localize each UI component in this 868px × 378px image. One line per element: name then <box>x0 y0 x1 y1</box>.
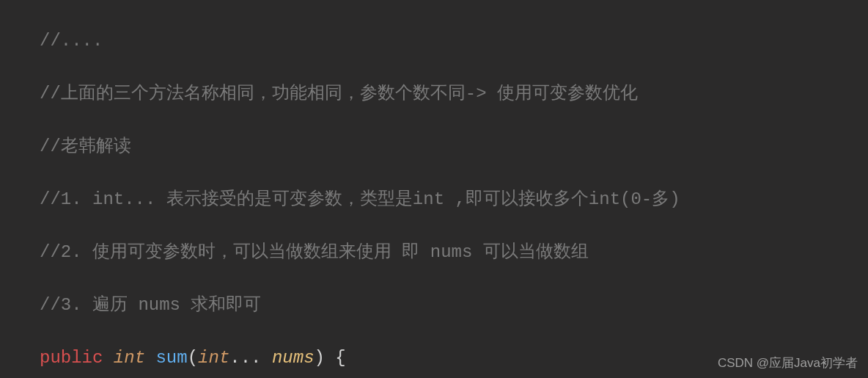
varargs-dots: ... <box>229 348 261 368</box>
comment-line: //1. int... 表示接受的是可变参数，类型是int ,即可以接收多个in… <box>40 189 680 209</box>
comment-line: //3. 遍历 nums 求和即可 <box>40 295 261 315</box>
keyword-int: int <box>114 348 145 368</box>
code-block: //.... //上面的三个方法名称相同，功能相同，参数个数不同-> 使用可变参… <box>0 1 868 378</box>
keyword-int: int <box>198 348 229 368</box>
brace: { <box>335 348 345 368</box>
comment-line: //上面的三个方法名称相同，功能相同，参数个数不同-> 使用可变参数优化 <box>40 84 638 103</box>
function-name: sum <box>155 348 187 368</box>
parameter: nums <box>272 348 315 368</box>
comment-line: //2. 使用可变参数时，可以当做数组来使用 即 nums 可以当做数组 <box>40 242 589 262</box>
comment-line: //老韩解读 <box>40 137 131 156</box>
paren: ) <box>315 348 325 368</box>
paren: ( <box>188 348 198 368</box>
keyword-public: public <box>40 348 103 368</box>
comment-line: //.... <box>40 31 103 51</box>
watermark-text: CSDN @应届Java初学者 <box>718 354 858 373</box>
